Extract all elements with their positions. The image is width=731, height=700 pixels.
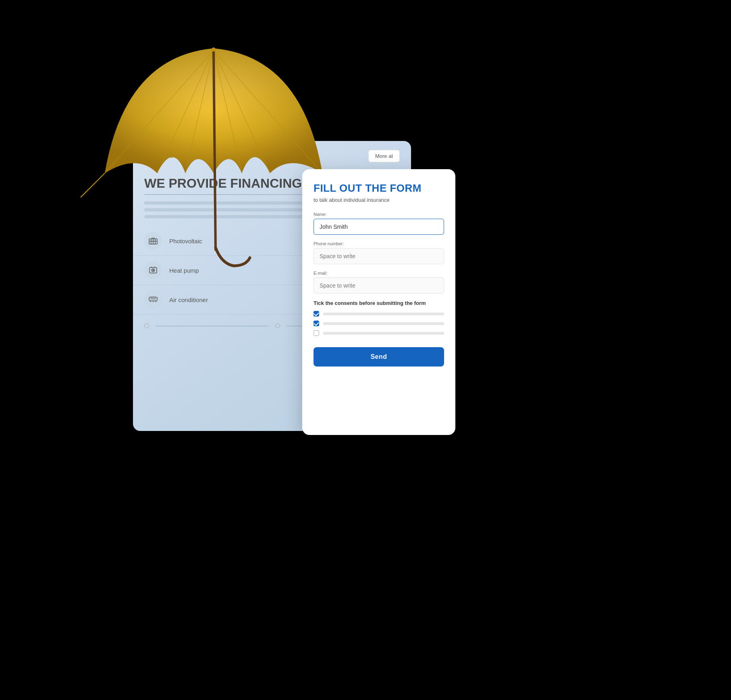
email-field-label: E-mail: [314, 271, 444, 275]
consent-item-2 [314, 321, 444, 326]
heat-pump-icon [144, 261, 162, 279]
dot-2[interactable] [275, 323, 280, 328]
svg-line-17 [156, 301, 156, 302]
consent-line-2 [323, 322, 444, 325]
name-input[interactable] [314, 219, 444, 235]
form-subtitle: to talk about individual insurance [314, 197, 444, 203]
svg-line-15 [150, 301, 151, 302]
photovoltaic-label: Photovoltaic [169, 238, 202, 244]
dot-1[interactable] [144, 323, 149, 328]
dot-line-1 [156, 325, 269, 327]
svg-point-10 [153, 270, 154, 271]
phone-field-label: Phone number: [314, 241, 444, 246]
phone-input[interactable] [314, 248, 444, 264]
front-form-card: FILL OUT THE FORM to talk about individu… [302, 169, 455, 435]
consent-checkbox-2[interactable] [314, 321, 319, 326]
air-conditioner-label: Air conditioner [169, 296, 208, 303]
form-title: FILL OUT THE FORM [314, 182, 444, 195]
logo-label: YOUR LOGO [144, 153, 178, 159]
photovoltaic-icon [144, 232, 162, 250]
consent-checkbox-3[interactable] [314, 330, 319, 336]
svg-point-29 [212, 48, 216, 52]
email-input[interactable] [314, 278, 444, 294]
consent-line-3 [323, 332, 444, 335]
consent-checkbox-1[interactable] [314, 311, 319, 317]
consent-line-1 [323, 313, 444, 315]
air-conditioner-icon [144, 291, 162, 309]
consent-section-title: Tick the consents before submitting the … [314, 300, 444, 306]
consent-item-3 [314, 330, 444, 336]
consent-item-1 [314, 311, 444, 317]
heat-pump-label: Heat pump [169, 267, 199, 274]
svg-line-30 [81, 173, 105, 197]
back-card-header: YOUR LOGO More at [133, 141, 411, 169]
send-button[interactable]: Send [314, 347, 444, 367]
more-at-button[interactable]: More at [368, 150, 400, 162]
name-field-label: Name: [314, 212, 444, 217]
